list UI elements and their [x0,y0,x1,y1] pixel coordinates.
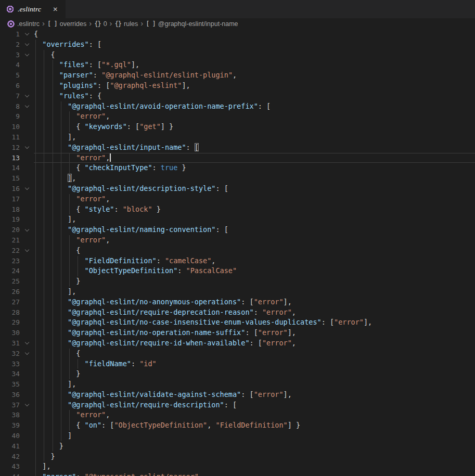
code-content[interactable]: "@graphql-eslint/require-description": [ [34,400,475,410]
line-number[interactable]: 36 [0,390,20,400]
code-line[interactable]: 26], [0,287,475,297]
fold-chevron-icon[interactable] [20,400,34,410]
code-content[interactable]: "ObjectTypeDefinition": "PascalCase" [34,266,475,276]
line-number[interactable]: 12 [0,143,20,153]
breadcrumb-item-overrides[interactable]: [ ]overrides [47,20,86,28]
code-line[interactable]: 17"error", [0,194,475,204]
line-number[interactable]: 31 [0,338,20,349]
fold-chevron-icon[interactable] [20,143,34,153]
code-line[interactable]: 38"error", [0,410,475,420]
tab-eslintrc[interactable]: .eslintrc ✕ [0,0,66,18]
fold-chevron-icon[interactable] [20,225,34,235]
code-content[interactable]: { "on": ["ObjectTypeDefinition", "FieldD… [34,420,475,431]
code-content[interactable]: { [34,50,475,60]
line-number[interactable]: 20 [0,225,20,235]
line-number[interactable]: 1 [0,29,20,40]
fold-chevron-icon[interactable] [20,50,34,60]
code-content[interactable]: } [34,452,475,462]
line-number[interactable]: 39 [0,420,20,431]
code-line[interactable]: 10{ "keywords": ["get"] } [0,122,475,132]
code-content[interactable]: ], [34,379,475,390]
line-number[interactable]: 18 [0,204,20,215]
code-content[interactable]: ], [34,287,475,297]
line-number[interactable]: 21 [0,235,20,246]
line-number[interactable]: 30 [0,328,20,338]
fold-chevron-icon[interactable] [20,338,34,349]
line-number[interactable]: 25 [0,276,20,287]
fold-chevron-icon[interactable] [20,184,34,194]
code-content[interactable]: } [34,369,475,379]
fold-chevron-icon[interactable] [20,91,34,101]
code-line[interactable]: 21"error", [0,235,475,246]
code-line[interactable]: 9"error", [0,111,475,122]
code-line[interactable]: 24"ObjectTypeDefinition": "PascalCase" [0,266,475,276]
line-number[interactable]: 3 [0,50,20,60]
code-content[interactable]: "parser": "@typescript-eslint/parser" [34,472,475,476]
code-content[interactable]: "@graphql-eslint/require-deprecation-rea… [34,307,475,318]
code-content[interactable]: "parser": "@graphql-eslint/eslint-plugin… [34,70,475,81]
code-editor[interactable]: 1{2"overrides": [3{4"files": ["*.gql"],5… [0,29,475,476]
fold-chevron-icon[interactable] [20,40,34,50]
code-content[interactable]: "@graphql-eslint/validate-against-schema… [34,390,475,400]
code-line[interactable]: 35], [0,379,475,390]
line-number[interactable]: 35 [0,379,20,390]
breadcrumb-item-graphql-eslint-input-name[interactable]: [ ]@graphql-eslint/input-name [146,20,238,28]
code-line[interactable]: 39{ "on": ["ObjectTypeDefinition", "Fiel… [0,420,475,431]
fold-chevron-icon[interactable] [20,349,34,359]
code-line[interactable]: 7"rules": { [0,91,475,101]
code-content[interactable]: "files": ["*.gql"], [34,60,475,70]
code-line[interactable]: 1{ [0,29,475,40]
code-content[interactable]: "@graphql-eslint/avoid-operation-name-pr… [34,101,475,112]
line-number[interactable]: 6 [0,81,20,91]
line-number[interactable]: 28 [0,307,20,318]
code-line[interactable]: 18{ "style": "block" } [0,204,475,215]
line-number[interactable]: 16 [0,184,20,194]
close-icon[interactable]: ✕ [50,5,60,14]
code-line[interactable]: 14{ "checkInputType": true } [0,163,475,173]
line-number[interactable]: 15 [0,173,20,184]
breadcrumb-item-eslintrc[interactable]: .eslintrc [7,20,40,28]
line-number[interactable]: 29 [0,317,20,328]
line-number[interactable]: 2 [0,40,20,50]
code-content[interactable]: ], [34,173,475,184]
code-content[interactable]: "error", [34,194,475,204]
code-content[interactable]: } [34,276,475,287]
line-number[interactable]: 11 [0,132,20,143]
line-number[interactable]: 5 [0,70,20,81]
code-content[interactable]: "error", [34,410,475,420]
line-number[interactable]: 34 [0,369,20,379]
code-line[interactable]: 11], [0,132,475,143]
line-number[interactable]: 41 [0,441,20,452]
code-line[interactable]: 27"@graphql-eslint/no-anonymous-operatio… [0,297,475,307]
line-number[interactable]: 23 [0,256,20,266]
fold-chevron-icon[interactable] [20,246,34,256]
code-line[interactable]: 2"overrides": [ [0,40,475,50]
breadcrumb-item-0[interactable]: {}0 [94,20,107,28]
code-content[interactable]: "error", [34,235,475,246]
code-content[interactable]: ], [34,214,475,225]
code-line[interactable]: 20"@graphql-eslint/naming-convention": [ [0,225,475,235]
code-content[interactable]: ] [34,431,475,441]
code-line[interactable]: 42} [0,452,475,462]
code-line[interactable]: 19], [0,214,475,225]
code-content[interactable]: ], [34,132,475,143]
line-number[interactable]: 17 [0,194,20,204]
code-content[interactable]: { "keywords": ["get"] } [34,122,475,132]
code-line[interactable]: 43], [0,461,475,472]
line-number[interactable]: 43 [0,461,20,472]
line-number[interactable]: 38 [0,410,20,420]
code-line[interactable]: 16"@graphql-eslint/description-style": [ [0,184,475,194]
code-line[interactable]: 33"fieldName": "id" [0,359,475,369]
code-line[interactable]: 22{ [0,246,475,256]
line-number[interactable]: 42 [0,452,20,462]
code-line[interactable]: 44"parser": "@typescript-eslint/parser" [0,472,475,476]
line-number[interactable]: 40 [0,431,20,441]
fold-chevron-icon[interactable] [20,101,34,112]
code-content[interactable]: "rules": { [34,91,475,101]
line-number[interactable]: 33 [0,359,20,369]
fold-chevron-icon[interactable] [20,29,34,40]
code-line[interactable]: 32{ [0,349,475,359]
code-content[interactable]: { "style": "block" } [34,204,475,215]
code-content[interactable]: "error", [34,153,475,163]
line-number[interactable]: 14 [0,163,20,173]
